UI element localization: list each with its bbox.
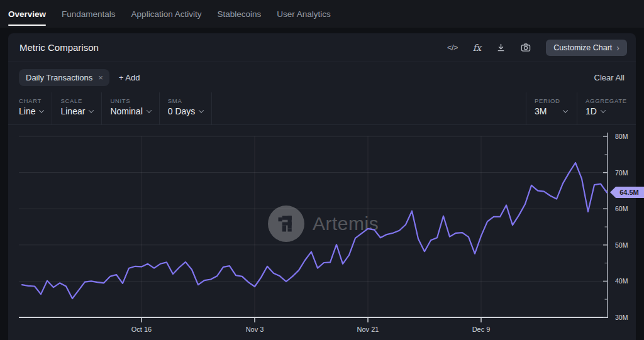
aggregate-value: 1D <box>586 106 597 116</box>
clear-all-button[interactable]: Clear All <box>594 73 625 82</box>
customize-chart-label: Customize Chart <box>553 43 612 52</box>
add-metric-button[interactable]: + Add <box>119 73 140 82</box>
chart-controls-row: CHART Line SCALE Linear UNITS Nominal SM… <box>8 92 636 125</box>
control-period: PERIOD 3M <box>526 92 577 124</box>
page-title: Metric Comparison <box>19 42 99 53</box>
svg-text:70M: 70M <box>615 169 628 177</box>
units-value: Nominal <box>110 106 142 116</box>
code-icon[interactable]: </> <box>447 43 458 52</box>
comparison-line-chart[interactable]: 80M70M60M50M40M30MOct 16Nov 3Nov 21Dec 9 <box>8 125 636 340</box>
chevron-down-icon <box>563 107 568 112</box>
svg-text:50M: 50M <box>615 241 628 249</box>
control-label: UNITS <box>110 97 150 104</box>
control-sma: SMA 0 Days <box>160 92 213 124</box>
chevron-down-icon <box>601 107 606 112</box>
svg-text:60M: 60M <box>615 205 628 212</box>
sma-dropdown[interactable]: 0 Days <box>168 106 204 116</box>
tab-overview[interactable]: Overview <box>8 0 46 28</box>
units-dropdown[interactable]: Nominal <box>110 106 150 116</box>
control-label: PERIOD <box>535 97 569 104</box>
tab-fundamentals[interactable]: Fundamentals <box>62 0 116 28</box>
control-label: SMA <box>168 97 204 104</box>
sma-value: 0 Days <box>168 106 196 116</box>
card-header: Metric Comparison </> fx Customize Chart… <box>8 33 636 62</box>
svg-text:40M: 40M <box>615 277 628 285</box>
metric-tag-daily-transactions[interactable]: Daily Transactions × <box>19 69 109 86</box>
camera-icon[interactable] <box>521 43 531 52</box>
period-dropdown[interactable]: 3M <box>535 106 569 116</box>
chevron-down-icon <box>199 107 204 112</box>
control-chart-type: CHART Line <box>8 92 52 124</box>
download-icon[interactable] <box>496 43 506 52</box>
chevron-down-icon <box>147 107 152 112</box>
control-aggregate: AGGREGATE 1D <box>577 92 636 124</box>
chevron-right-icon: › <box>616 43 619 52</box>
chart-type-value: Line <box>19 106 35 116</box>
svg-text:30M: 30M <box>615 314 628 321</box>
period-value: 3M <box>535 106 547 116</box>
svg-text:Nov 3: Nov 3 <box>246 326 264 333</box>
last-value-badge: 64.5M <box>610 187 644 198</box>
controls-spacer <box>212 92 526 124</box>
chevron-down-icon <box>39 107 44 112</box>
fx-icon[interactable]: fx <box>473 43 482 53</box>
control-units: UNITS Nominal <box>102 92 159 124</box>
tab-user-analytics[interactable]: User Analytics <box>277 0 331 28</box>
metric-tag-label: Daily Transactions <box>26 73 92 82</box>
tab-application-activity[interactable]: Application Activity <box>131 0 202 28</box>
metric-comparison-card: Metric Comparison </> fx Customize Chart… <box>8 33 636 340</box>
control-scale: SCALE Linear <box>52 92 102 124</box>
control-label: CHART <box>19 97 43 104</box>
control-label: AGGREGATE <box>586 97 628 104</box>
aggregate-dropdown[interactable]: 1D <box>586 106 628 116</box>
scale-value: Linear <box>60 106 85 116</box>
chevron-down-icon <box>89 107 94 112</box>
chart-region: Artemis 80M70M60M50M40M30MOct 16Nov 3Nov… <box>8 125 636 340</box>
svg-text:Nov 21: Nov 21 <box>357 326 379 333</box>
header-actions: </> fx Customize Chart › <box>447 40 627 56</box>
chart-type-dropdown[interactable]: Line <box>19 106 43 116</box>
scale-dropdown[interactable]: Linear <box>60 106 93 116</box>
customize-chart-button[interactable]: Customize Chart › <box>546 40 627 56</box>
svg-text:Oct 16: Oct 16 <box>131 326 152 333</box>
close-icon[interactable]: × <box>98 73 103 82</box>
svg-text:Dec 9: Dec 9 <box>472 326 491 333</box>
svg-text:80M: 80M <box>615 133 628 140</box>
metric-filter-row: Daily Transactions × + Add Clear All <box>8 62 636 92</box>
control-label: SCALE <box>60 97 93 104</box>
tab-stablecoins[interactable]: Stablecoins <box>217 0 261 28</box>
top-nav: Overview Fundamentals Application Activi… <box>0 0 644 28</box>
